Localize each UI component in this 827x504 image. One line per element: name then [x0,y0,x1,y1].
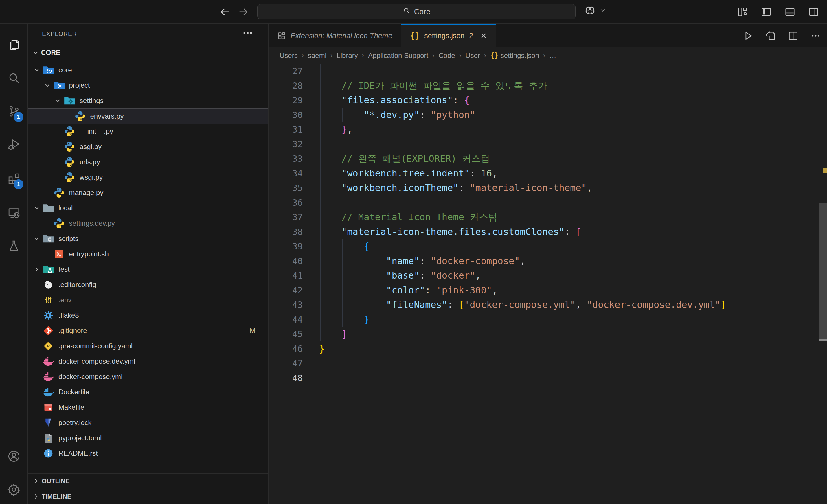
open-changes-icon[interactable] [763,29,778,43]
code-line-37[interactable]: // Material Icon Theme 커스텀 [319,210,497,224]
breadcrumb-item[interactable]: Application Support [368,51,428,60]
activitybar-remote-explorer[interactable] [0,199,28,227]
split-editor-icon[interactable] [786,29,800,43]
tree-item-pyproject.toml[interactable]: pyproject.toml [28,430,268,446]
code-line-38[interactable]: "material-icon-theme.files.customClones"… [319,224,581,239]
activitybar-search[interactable] [0,65,28,93]
tree-item-test[interactable]: test [28,261,268,277]
code-line-28[interactable]: // IDE가 파이썬 파일을 읽을 수 있도록 추가 [319,79,547,93]
activitybar-extensions[interactable]: 1 [0,165,28,193]
tree-item-docker-compose.yml[interactable]: docker-compose.yml [28,369,268,384]
code-line-33[interactable]: // 왼쪽 패널(EXPLORER) 커스텀 [319,151,490,166]
tree-item-__init__.py[interactable]: __init__.py [28,123,268,139]
activitybar-testing[interactable] [0,233,28,260]
close-icon[interactable] [480,32,488,40]
tree-item-core[interactable]: core [28,62,268,78]
code-editor[interactable]: 2728293031323334353637383940414243444546… [269,64,827,504]
activitybar-manage[interactable] [0,476,28,504]
twisty-spacer [31,432,42,444]
breadcrumb-item[interactable]: {} settings.json [490,51,539,60]
code-line-35[interactable]: "workbench.iconTheme": "material-icon-th… [319,181,592,195]
code-line-39[interactable]: { [319,239,369,254]
tree-item-Makefile[interactable]: Makefile [28,400,268,415]
code-line-41[interactable]: "base": "docker", [319,268,481,283]
section-core[interactable]: CORE [28,43,268,62]
activitybar-source-control[interactable]: 1 [0,98,28,126]
tree-item-settings.dev.py[interactable]: settings.dev.py [28,215,268,231]
tree-item-.gitignore[interactable]: .gitignore M [28,323,268,338]
panel-timeline[interactable]: TIMELINE [28,489,268,504]
tab-label: settings.json [424,32,465,40]
tree-item-.env[interactable]: .env [28,292,268,308]
back-arrow-icon[interactable] [218,5,232,18]
breadcrumb-item[interactable]: saemi [308,51,326,60]
tree-item-label: settings.dev.py [69,219,115,228]
copilot-menu[interactable] [584,4,606,17]
tree-item-settings[interactable]: settings [28,93,268,108]
tree-item-envvars.py[interactable]: envvars.py [28,108,268,123]
code-line-44[interactable]: } [319,312,369,327]
tree-item-wsgi.py[interactable]: wsgi.py [28,169,268,185]
run-icon[interactable] [741,29,755,43]
tree-item-.editorconfig[interactable]: .editorconfig [28,277,268,292]
tree-item-poetry.lock[interactable]: poetry.lock [28,415,268,430]
tree-item-asgi.py[interactable]: asgi.py [28,139,268,154]
code-line-42[interactable]: "color": "pink-300", [319,283,498,298]
editor-scrollbar[interactable] [819,64,827,504]
breadcrumb-item[interactable]: Code [439,51,455,60]
search-value: Core [414,7,430,16]
tree-item-label: .env [58,296,71,304]
code-line-34[interactable]: "workbench.tree.indent": 16, [319,166,498,181]
line-number: 37 [269,210,303,224]
forward-arrow-icon[interactable] [237,5,250,18]
breadcrumb-item[interactable]: User [465,51,480,60]
code-line-29[interactable]: "files.associations": { [319,93,470,108]
code-line-30[interactable]: "*.dev.py": "python" [319,108,475,122]
toggle-panel-right-icon[interactable] [806,5,822,19]
python-icon [63,141,76,153]
tree-item-label: __init__.py [80,127,113,136]
breadcrumb-item[interactable]: … [549,51,556,60]
tree-item-project[interactable]: project [28,78,268,93]
flake8-icon [42,309,54,321]
section-core-label: CORE [41,49,60,57]
activitybar-explorer[interactable] [0,32,28,59]
tree-item-label: test [58,265,70,273]
line-number: 40 [269,254,303,268]
tree-item-Dockerfile[interactable]: Dockerfile [28,384,268,400]
toggle-panel-left-icon[interactable] [758,5,774,19]
code-line-45[interactable]: ] [319,326,347,341]
tree-item-entrypoint.sh[interactable]: entrypoint.sh [28,246,268,261]
code-line-40[interactable]: "name": "docker-compose", [319,254,526,268]
activitybar-account[interactable] [0,443,28,471]
folder-core-icon [42,64,54,76]
remote-icon [7,206,20,220]
toggle-panel-bottom-icon[interactable] [782,5,798,19]
tree-item-.pre-commit-config.yaml[interactable]: P .pre-commit-config.yaml [28,338,268,354]
activitybar-run-debug[interactable] [0,131,28,159]
code-line-43[interactable]: "fileNames": ["docker-compose.yml", "doc… [319,297,726,312]
twisty-spacer [42,187,53,198]
command-center-search[interactable]: Core [257,4,576,19]
tree-item-README.rst[interactable]: README.rst [28,446,268,461]
more-actions-icon[interactable] [241,26,254,41]
tab-Extension: Material Icon Theme[interactable]: Extension: Material Icon Theme [269,24,401,47]
code-line-31[interactable]: }, [319,122,353,137]
panel-outline[interactable]: OUTLINE [28,473,268,489]
tree-item-scripts[interactable]: scripts [28,231,268,246]
tree-item-docker-compose.dev.yml[interactable]: docker-compose.dev.yml [28,354,268,369]
breadcrumb-item[interactable]: Users [280,51,298,60]
more-actions-icon[interactable] [809,29,823,43]
tree-item-urls.py[interactable]: urls.py [28,154,268,169]
debug-icon [7,138,20,152]
tree-item-local[interactable]: local [28,200,268,215]
tree-item-manage.py[interactable]: manage.py [28,185,268,200]
customize-layout-icon[interactable] [734,5,750,19]
tab-settings.json[interactable]: {} settings.json 2 [401,24,496,47]
tree-item-.flake8[interactable]: .flake8 [28,308,268,323]
panel-label: OUTLINE [42,477,70,485]
scrollbar-slider[interactable] [819,203,827,340]
code-line-46[interactable]: } [319,341,325,356]
window-layout-controls [734,5,822,19]
breadcrumb-item[interactable]: Library [337,51,358,60]
